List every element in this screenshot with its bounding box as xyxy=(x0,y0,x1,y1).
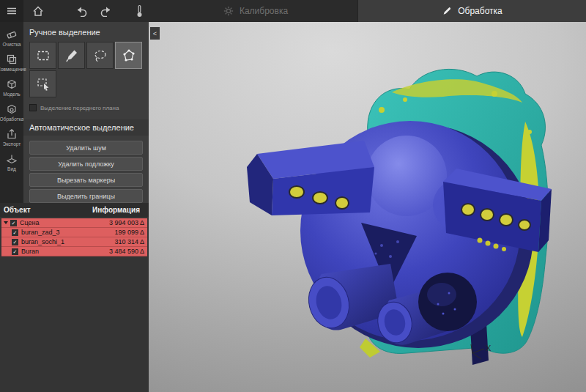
row-checkbox[interactable] xyxy=(10,220,17,226)
cube-gear-icon xyxy=(6,103,18,115)
redo-button[interactable] xyxy=(97,0,116,22)
hamburger-icon xyxy=(6,5,18,17)
overlap-squares-icon xyxy=(6,53,18,65)
row-checkbox[interactable] xyxy=(12,239,18,245)
sidebar-item-model[interactable]: Модель xyxy=(0,75,23,100)
polygon-select-tool[interactable] xyxy=(115,42,142,69)
home-icon xyxy=(32,5,44,17)
object-row-scene[interactable]: Сцена 3 994 003 Δ xyxy=(1,218,147,228)
left-marker-box xyxy=(247,141,374,215)
row-checkbox[interactable] xyxy=(12,248,18,255)
object-row-scan[interactable]: buran_zad_3 199 099 Δ xyxy=(1,228,147,237)
polygon-icon xyxy=(122,48,136,63)
tab-calibration-label: Калибровка xyxy=(240,6,288,16)
export-icon xyxy=(6,128,18,140)
select-borders-button[interactable]: Выделить границы xyxy=(29,189,143,203)
object-triangle-count: 3 484 590 Δ xyxy=(109,248,144,255)
object-row-scan[interactable]: Buran 3 484 590 Δ xyxy=(1,247,147,256)
sidebar-label: Обработка xyxy=(0,117,23,122)
undo-icon xyxy=(75,5,88,17)
object-row-scan[interactable]: buran_sochi_1 310 314 Δ xyxy=(1,237,147,247)
home-button[interactable] xyxy=(29,0,47,22)
redo-icon xyxy=(100,5,113,17)
foreground-checkbox[interactable] xyxy=(29,104,37,111)
lasso-icon xyxy=(93,48,108,63)
manual-tool-row xyxy=(29,42,143,69)
object-triangle-count: 3 994 003 Δ xyxy=(109,219,144,226)
gear-icon xyxy=(223,6,234,16)
tab-processing-label: Обработка xyxy=(458,6,502,16)
top-toolbar: Калибровка Обработка xyxy=(0,0,586,22)
viewport-3d[interactable]: < xyxy=(149,22,586,392)
sidebar-item-alignment[interactable]: Совмещение xyxy=(0,50,23,75)
sidebar-item-export[interactable]: Экспорт xyxy=(0,125,23,149)
undo-button[interactable] xyxy=(72,0,91,22)
manual-selection-title: Ручное выделение xyxy=(29,28,143,37)
object-list-header: Объект Информация xyxy=(0,203,149,217)
app-window: Калибровка Обработка Очистка Совмещение xyxy=(0,0,586,392)
expand-arrow-icon[interactable] xyxy=(4,221,8,224)
brush-icon xyxy=(64,48,79,63)
object-name: Buran xyxy=(21,248,109,255)
foreground-selection-toggle[interactable]: Выделение переднего плана xyxy=(29,104,143,111)
sidebar-label: Экспорт xyxy=(3,141,21,147)
sidebar-item-processing[interactable]: Обработка xyxy=(0,100,23,125)
toolbar-icon-group xyxy=(0,0,154,22)
sidebar-label: Модель xyxy=(3,92,20,97)
sidebar-label: Вид xyxy=(7,166,16,171)
selection-panel: Ручное выделение xyxy=(23,22,149,203)
manual-tool-row-2 xyxy=(29,70,143,97)
tab-processing[interactable]: Обработка xyxy=(357,0,586,22)
through-select-tool[interactable] xyxy=(29,70,56,97)
object-triangle-count: 310 314 Δ xyxy=(114,238,144,245)
tab-calibration[interactable]: Калибровка xyxy=(154,0,357,22)
row-checkbox[interactable] xyxy=(12,229,18,236)
object-rows: Сцена 3 994 003 Δ buran_zad_3 199 099 Δ … xyxy=(0,217,149,256)
remove-base-button[interactable]: Удалить подложку xyxy=(29,157,143,171)
cube-icon xyxy=(6,78,18,90)
object-column-header: Объект xyxy=(4,206,31,214)
main-area: Очистка Совмещение Модель Обработка xyxy=(0,22,586,392)
mode-sidebar: Очистка Совмещение Модель Обработка xyxy=(0,22,23,203)
pencil-icon xyxy=(442,6,452,16)
object-name: Сцена xyxy=(20,219,109,226)
foreground-checkbox-label: Выделение переднего плана xyxy=(40,105,119,111)
rect-cursor-icon xyxy=(36,77,51,92)
menu-button[interactable] xyxy=(0,0,23,22)
auto-selection-buttons: Удалить шум Удалить подложку Вырезать ма… xyxy=(29,141,143,203)
sidebar-item-view[interactable]: Вид xyxy=(0,149,23,174)
object-list-section: Объект Информация Сцена 3 994 003 Δ bura… xyxy=(0,203,149,392)
remove-noise-button[interactable]: Удалить шум xyxy=(29,141,143,155)
eraser-icon xyxy=(6,29,18,40)
object-name: buran_sochi_1 xyxy=(21,238,114,245)
object-name: buran_zad_3 xyxy=(21,229,114,236)
left-column: Очистка Совмещение Модель Обработка xyxy=(0,22,149,392)
view-plane-icon xyxy=(6,153,18,165)
marquee-icon xyxy=(36,48,51,63)
sidebar-item-cleanup[interactable]: Очистка xyxy=(0,25,23,50)
object-triangle-count: 199 099 Δ xyxy=(114,229,144,236)
brush-select-tool[interactable] xyxy=(58,42,85,69)
rect-select-tool[interactable] xyxy=(29,42,56,69)
sidebar-label: Очистка xyxy=(3,42,21,47)
scanned-model-render: X xyxy=(149,22,586,392)
info-column-header: Информация xyxy=(92,206,140,214)
cut-markers-button[interactable]: Вырезать маркеры xyxy=(29,173,143,187)
thermometer-button[interactable] xyxy=(133,0,146,22)
sidebar-label: Совмещение xyxy=(0,67,26,72)
thermometer-icon xyxy=(136,4,143,18)
axis-x-label: X xyxy=(486,344,492,352)
auto-selection-title: Автоматическое выделение xyxy=(23,119,149,136)
panel-collapse-button[interactable]: < xyxy=(150,27,160,40)
lasso-select-tool[interactable] xyxy=(86,42,114,69)
